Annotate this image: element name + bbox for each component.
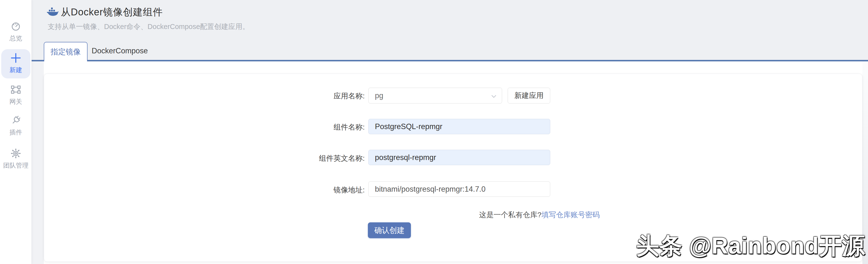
confirm-create-button[interactable]: 确认创建 [368,222,411,238]
sidebar-item-team-management[interactable]: 团队管理 [0,148,32,170]
image-address-input[interactable] [368,181,550,197]
plug-icon [0,114,32,126]
tab-dockercompose[interactable]: DockerCompose [91,42,148,60]
app-name-label: 应用名称: [253,91,365,101]
sidebar-item-label: 团队管理 [0,161,32,170]
sidebar-item-create[interactable]: 新建 [0,52,32,74]
app-window: 总览 新建 网关 [0,0,868,264]
tab-bar-underline [32,60,868,61]
content-left-gutter [32,61,44,264]
tab-specify-image[interactable]: 指定镜像 [44,42,88,61]
sidebar-item-label: 总览 [0,34,32,43]
new-app-button[interactable]: 新建应用 [508,88,550,104]
private-repo-question: 这是一个私有仓库? [479,211,541,219]
sidebar-item-label: 新建 [0,66,32,74]
app-name-select[interactable]: pg [368,88,502,104]
sidebar-item-overview[interactable]: 总览 [0,21,32,43]
image-address-label: 镜像地址: [253,185,365,195]
chevron-down-icon [491,93,497,102]
docker-whale-icon [47,7,59,18]
plus-icon [0,52,32,64]
app-name-selected-value: pg [375,91,383,100]
private-repo-hint: 这是一个私有仓库?填写仓库账号密码 [368,210,600,220]
page-subtitle: 支持从单一镜像、Docker命令、DockerCompose配置创建应用。 [48,22,249,32]
component-name-input[interactable] [368,119,550,134]
sidebar-item-plugins[interactable]: 插件 [0,114,32,137]
sidebar-item-gateway[interactable]: 网关 [0,84,32,106]
gateway-frame-icon [0,84,32,96]
content-right-gutter [862,61,868,264]
sidebar-item-label: 网关 [0,98,32,106]
component-name-label: 组件名称: [253,122,365,132]
component-en-name-label: 组件英文名称: [253,153,365,163]
gear-icon [0,148,32,159]
dashboard-icon [0,21,32,32]
component-en-name-input[interactable] [368,150,550,165]
sidebar: 总览 新建 网关 [0,0,32,264]
page-title: 从Docker镜像创建组件 [61,5,163,19]
sidebar-item-label: 插件 [0,128,32,137]
fill-repo-credentials-link[interactable]: 填写仓库账号密码 [541,211,600,219]
